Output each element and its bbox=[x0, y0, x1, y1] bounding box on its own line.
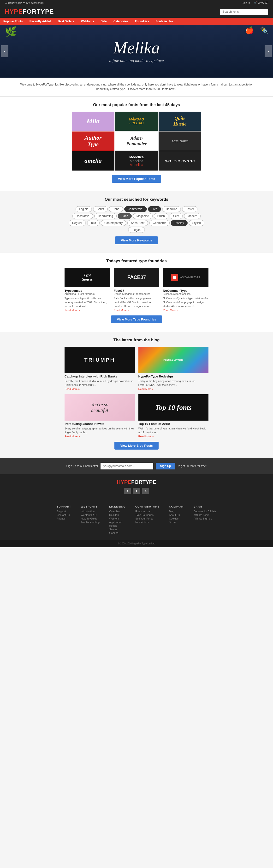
view-more-blog-button[interactable]: View More Blog Posts bbox=[114, 442, 159, 450]
font-tile-mandag[interactable]: MÅNDAGFREDAG bbox=[115, 112, 158, 131]
nav-fonts-in-use[interactable]: Fonts in Use bbox=[152, 18, 176, 25]
keyword-stylish[interactable]: Stylish bbox=[189, 220, 204, 226]
footer-link-how-to-guide[interactable]: How To Guide bbox=[81, 517, 100, 520]
font-tile-cpl-kirkwood[interactable]: CPL KIRKWOOD bbox=[159, 151, 201, 170]
footer-link-about-us[interactable]: About Us bbox=[169, 514, 184, 517]
foundry-logo-face37[interactable]: FACE37 bbox=[114, 268, 159, 287]
blog-read-more-rick-banks[interactable]: Read More » bbox=[64, 388, 80, 391]
footer-link-support[interactable]: Support bbox=[57, 510, 71, 513]
footer-link-terms[interactable]: Terms bbox=[169, 521, 184, 524]
foundry-logo-nocommentype[interactable]: NOCOMMENTYPE bbox=[163, 268, 209, 287]
nav-popular-fonts[interactable]: Popular Fonts bbox=[0, 18, 26, 25]
blog-img-rick-banks[interactable]: TRIUMPH bbox=[64, 347, 135, 373]
keyword-legible[interactable]: Legible bbox=[76, 206, 92, 212]
footer-logo[interactable]: HYPEFORTYPE bbox=[5, 479, 268, 485]
footer-col-earn: EARN Become An Affiliate Affiliate Login… bbox=[194, 505, 216, 535]
keyword-display[interactable]: Display bbox=[171, 220, 187, 226]
keyword-brush[interactable]: Brush bbox=[154, 213, 168, 219]
wishlist-label[interactable]: My Wishlist (0) bbox=[26, 1, 44, 4]
footer-link-fonts-in-use[interactable]: Fonts In Use bbox=[135, 510, 159, 513]
nav-recently-added[interactable]: Recently Added bbox=[26, 18, 54, 25]
font-tile-amelia[interactable]: amelia bbox=[72, 151, 114, 170]
footer-link-blog[interactable]: Blog bbox=[169, 510, 184, 513]
blog-post-desc-top10: Well, it's that time of year again when … bbox=[138, 427, 209, 434]
footer-link-cookies[interactable]: Cookies bbox=[169, 517, 184, 520]
nav-webfonts[interactable]: Webfonts bbox=[78, 18, 98, 25]
search-input[interactable] bbox=[220, 9, 268, 15]
font-tile-true-north[interactable]: True North bbox=[159, 131, 201, 151]
foundry-read-more-typesenses[interactable]: Read More » bbox=[64, 309, 80, 312]
keyword-regular[interactable]: Regular bbox=[69, 220, 86, 226]
font-tile-adorn-pomander[interactable]: AdornPomander bbox=[115, 131, 158, 151]
blog-read-more-joanne-hewitt[interactable]: Read More » bbox=[64, 435, 80, 438]
footer-link-application[interactable]: Application bbox=[109, 521, 126, 524]
keyword-free[interactable]: Free bbox=[148, 206, 161, 212]
footer-link-affiliate-login[interactable]: Affiliate Login bbox=[194, 514, 216, 517]
signin-link[interactable]: Sign In bbox=[242, 1, 250, 4]
footer-link-webfont-faq[interactable]: Webfont FAQ bbox=[81, 514, 100, 517]
view-more-foundries-button[interactable]: View More Type Foundries bbox=[111, 315, 162, 323]
blog-img-redesign[interactable]: FONTS & LETTERS bbox=[138, 347, 209, 373]
footer-link-webfont[interactable]: Webfont bbox=[109, 517, 126, 520]
keyword-decorative[interactable]: Decorative bbox=[72, 213, 93, 219]
footer-link-contact-us[interactable]: Contact Us bbox=[57, 514, 71, 517]
nav-sale[interactable]: Sale bbox=[98, 18, 110, 25]
keyword-magazine[interactable]: Magazine bbox=[133, 213, 153, 219]
keyword-handwriting[interactable]: Handwriting bbox=[94, 213, 116, 219]
nav-foundries[interactable]: Foundries bbox=[132, 18, 152, 25]
keyword-contemporary[interactable]: Contemporary bbox=[101, 220, 126, 226]
blog-img-top10[interactable]: Top 10 fonts bbox=[138, 394, 209, 421]
foundry-name-nocommentype: NoCommenType bbox=[163, 289, 209, 292]
foundry-logo-typesenses[interactable]: Type Senses bbox=[64, 268, 110, 287]
footer-link-desktop[interactable]: Desktop bbox=[109, 514, 126, 517]
keyword-modern[interactable]: Modern bbox=[184, 213, 201, 219]
footer-link-become-affiliate[interactable]: Become An Affiliate bbox=[194, 510, 216, 513]
font-tile-mila[interactable]: Mila bbox=[72, 112, 114, 131]
hero-next-button[interactable]: › bbox=[265, 45, 272, 57]
footer-link-gaming[interactable]: Gaming bbox=[109, 531, 126, 534]
header-search[interactable] bbox=[220, 9, 268, 15]
blog-img-joanne-hewitt[interactable]: You're sobeautiful bbox=[64, 394, 135, 421]
nav-categories[interactable]: Categories bbox=[110, 18, 132, 25]
footer-link-ebook[interactable]: eBook bbox=[109, 524, 126, 527]
keyword-geometric[interactable]: Geometric bbox=[149, 220, 170, 226]
footer-link-sell-fonts[interactable]: Sell Your Fonts bbox=[135, 517, 159, 520]
footer-link-troubleshooting[interactable]: Troubleshooting bbox=[81, 521, 100, 524]
blog-read-more-redesign[interactable]: Read More » bbox=[138, 388, 154, 391]
logo[interactable]: HYPEFORTYPE bbox=[5, 8, 54, 15]
footer-link-type-foundries[interactable]: Type Foundries bbox=[135, 514, 159, 517]
view-more-popular-button[interactable]: View More Popular Fonts bbox=[112, 175, 161, 183]
hero-prev-button[interactable]: ‹ bbox=[1, 45, 8, 57]
pinterest-icon[interactable]: p bbox=[142, 488, 149, 494]
footer-link-introduction[interactable]: Introduction bbox=[81, 510, 100, 513]
facebook-icon[interactable]: f bbox=[124, 488, 131, 494]
footer-link-overview[interactable]: Overview bbox=[109, 510, 126, 513]
twitter-icon[interactable]: t bbox=[133, 488, 140, 494]
footer-link-affiliate-signup[interactable]: Affiliate Sign-up bbox=[194, 517, 216, 520]
cart-icon[interactable]: 🛒 £0.00 (0) bbox=[253, 1, 268, 4]
footer-link-server[interactable]: Server bbox=[109, 528, 126, 531]
footer-link-privacy[interactable]: Privacy bbox=[57, 517, 71, 520]
currency-selector[interactable]: Currency GBP ♥ My Wishlist (0) bbox=[5, 1, 44, 4]
font-tile-author-type[interactable]: AuthorType bbox=[72, 131, 114, 151]
newsletter-email-input[interactable] bbox=[101, 463, 153, 469]
keyword-elegant[interactable]: Elegant bbox=[128, 227, 145, 233]
blog-read-more-top10[interactable]: Read More » bbox=[138, 435, 154, 438]
newsletter-signup-button[interactable]: Sign Up bbox=[156, 463, 175, 469]
nav-best-sellers[interactable]: Best Sellers bbox=[54, 18, 78, 25]
keyword-sans[interactable]: Sans bbox=[118, 213, 132, 219]
view-more-keywords-button[interactable]: View More Keywords bbox=[115, 237, 158, 244]
keyword-script[interactable]: Script bbox=[93, 206, 108, 212]
foundry-read-more-face37[interactable]: Read More » bbox=[114, 309, 129, 312]
footer-link-newsletters[interactable]: Newsletters bbox=[135, 521, 159, 524]
keyword-hand[interactable]: Hand bbox=[109, 206, 123, 212]
foundry-read-more-nocommentype[interactable]: Read More » bbox=[163, 309, 178, 312]
keyword-text[interactable]: Text bbox=[87, 220, 100, 226]
keyword-headline[interactable]: Headline bbox=[162, 206, 181, 212]
keyword-poster[interactable]: Poster bbox=[182, 206, 198, 212]
font-tile-modelica[interactable]: Modelica Modelica Modelica bbox=[115, 151, 158, 170]
keyword-serif[interactable]: Serif bbox=[170, 213, 183, 219]
keyword-sans-serif[interactable]: Sans-Serif bbox=[127, 220, 148, 226]
keyword-commercial[interactable]: Commercial bbox=[124, 206, 147, 212]
font-tile-quite-hustle[interactable]: QuiteHustle bbox=[159, 112, 201, 131]
